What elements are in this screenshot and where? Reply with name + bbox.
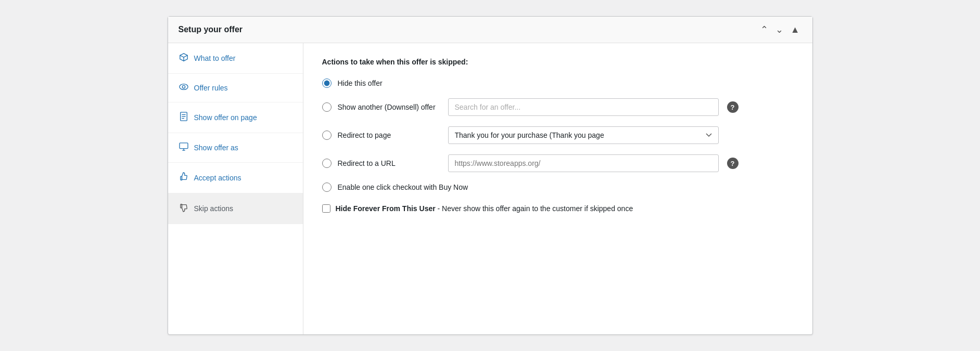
hide-forever-label-rest: - Never show this offer again to the cus… xyxy=(436,204,633,213)
hide-forever-label-bold: Hide Forever From This User xyxy=(336,204,436,213)
radio-hide-offer[interactable] xyxy=(322,79,332,88)
redirect-page-select[interactable]: Thank you for your purchase (Thank you p… xyxy=(448,126,719,144)
sidebar-item-offer-rules[interactable]: Offer rules xyxy=(168,74,303,102)
svg-point-0 xyxy=(179,84,187,90)
radio-group: Hide this offer Show another (Downsell) … xyxy=(322,79,794,213)
label-hide-offer[interactable]: Hide this offer xyxy=(338,79,442,87)
sidebar: What to offer Offer rules xyxy=(168,43,303,334)
redirect-url-field-row: Redirect to a URL ? xyxy=(338,154,794,172)
radio-one-click-checkout[interactable] xyxy=(322,183,332,192)
widget-header: Setup your offer ⌃ ⌄ ▲ xyxy=(168,17,812,43)
package-icon xyxy=(179,53,189,64)
option-one-click-checkout: Enable one click checkout with Buy Now xyxy=(322,183,794,192)
sidebar-item-accept-actions[interactable]: Accept actions xyxy=(168,163,303,193)
eye-icon xyxy=(179,83,189,93)
collapse-button[interactable]: ▲ xyxy=(788,24,802,35)
downsell-field-row: Show another (Downsell) offer ? xyxy=(338,98,794,116)
section-title: Actions to take when this offer is skipp… xyxy=(322,58,794,66)
sidebar-label-show-offer-on-page: Show offer on page xyxy=(194,113,257,122)
option-hide-offer: Hide this offer xyxy=(322,79,794,88)
url-help-icon[interactable]: ? xyxy=(727,158,739,169)
sidebar-label-what-to-offer: What to offer xyxy=(194,54,236,62)
thumbs-up-icon xyxy=(179,172,189,184)
content-area: Actions to take when this offer is skipp… xyxy=(303,43,812,334)
widget-container: Setup your offer ⌃ ⌄ ▲ What to offer xyxy=(168,16,813,335)
sidebar-item-show-offer-as[interactable]: Show offer as xyxy=(168,133,303,163)
sidebar-item-skip-actions[interactable]: Skip actions xyxy=(168,193,303,224)
label-redirect-page[interactable]: Redirect to page xyxy=(338,131,442,139)
redirect-url-input[interactable] xyxy=(448,154,719,172)
hide-forever-row: Hide Forever From This User - Never show… xyxy=(322,204,794,213)
sidebar-item-what-to-offer[interactable]: What to offer xyxy=(168,43,303,74)
search-offer-input[interactable] xyxy=(448,98,719,116)
option-redirect-page: Redirect to page Thank you for your purc… xyxy=(322,126,794,144)
downsell-help-icon[interactable]: ? xyxy=(727,101,739,113)
hide-forever-checkbox[interactable] xyxy=(322,204,330,213)
sidebar-item-show-offer-on-page[interactable]: Show offer on page xyxy=(168,102,303,133)
radio-show-downsell[interactable] xyxy=(322,102,332,112)
page-icon xyxy=(179,112,189,123)
redirect-page-field-row: Redirect to page Thank you for your purc… xyxy=(338,126,794,144)
sidebar-label-show-offer-as: Show offer as xyxy=(194,144,238,152)
monitor-icon xyxy=(179,142,189,153)
option-show-downsell: Show another (Downsell) offer ? xyxy=(322,98,794,116)
sidebar-label-skip-actions: Skip actions xyxy=(194,204,233,213)
widget-body: What to offer Offer rules xyxy=(168,43,812,334)
label-show-downsell[interactable]: Show another (Downsell) offer xyxy=(338,103,442,111)
sidebar-label-accept-actions: Accept actions xyxy=(194,174,241,182)
radio-redirect-page[interactable] xyxy=(322,131,332,140)
sidebar-label-offer-rules: Offer rules xyxy=(194,84,228,92)
svg-point-1 xyxy=(182,85,185,88)
radio-redirect-url[interactable] xyxy=(322,159,332,168)
thumbs-down-icon xyxy=(179,203,189,214)
chevron-down-button[interactable]: ⌄ xyxy=(773,24,785,35)
label-one-click-checkout[interactable]: Enable one click checkout with Buy Now xyxy=(338,183,468,191)
option-redirect-url: Redirect to a URL ? xyxy=(322,154,794,172)
hide-forever-label[interactable]: Hide Forever From This User - Never show… xyxy=(336,204,633,213)
svg-rect-6 xyxy=(180,143,188,149)
label-redirect-url[interactable]: Redirect to a URL xyxy=(338,159,442,167)
chevron-up-button[interactable]: ⌃ xyxy=(758,24,770,35)
widget-title: Setup your offer xyxy=(179,25,243,34)
header-controls: ⌃ ⌄ ▲ xyxy=(758,24,802,35)
